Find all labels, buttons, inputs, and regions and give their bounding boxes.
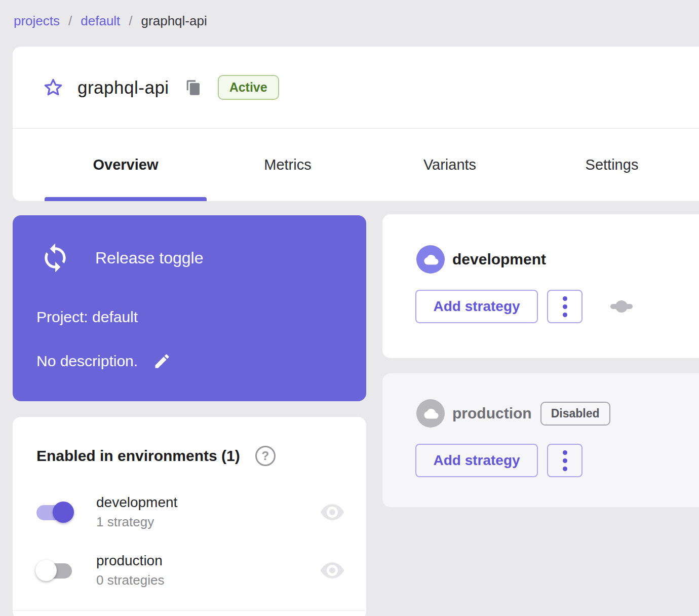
enabled-environments-card: Enabled in environments (1) ? developmen… — [13, 417, 366, 616]
environment-strategy-count: 1 strategy — [96, 514, 320, 530]
kebab-menu-icon[interactable] — [547, 444, 582, 477]
enabled-environments-header: Enabled in environments (1) ? — [36, 446, 276, 466]
breadcrumb-current: graphql-api — [141, 13, 207, 29]
tab-variants[interactable]: Variants — [369, 129, 531, 201]
breadcrumb: projects / default / graphql-api — [14, 13, 207, 29]
favorite-star-icon[interactable] — [43, 78, 63, 98]
toggle-description-row: No description. — [36, 352, 171, 370]
eye-icon[interactable] — [320, 562, 344, 579]
eye-icon[interactable] — [320, 504, 344, 521]
toggle-type-card: Release toggle Project: default No descr… — [13, 215, 366, 401]
environment-row-production: production 0 strategies — [35, 550, 350, 591]
rollout-strategy-icon — [610, 300, 633, 313]
toggle-project-label: Project: default — [36, 309, 138, 326]
toggle-description: No description. — [36, 353, 138, 370]
tab-bar: Overview Metrics Variants Settings — [45, 129, 693, 201]
breadcrumb-separator: / — [68, 13, 72, 29]
tab-overview[interactable]: Overview — [45, 129, 207, 201]
environment-row-name: development — [96, 494, 320, 511]
feature-header-row: graphql-api Active — [13, 47, 699, 128]
tab-metrics[interactable]: Metrics — [207, 129, 369, 201]
toggle-type-label: Release toggle — [95, 249, 203, 267]
environment-name: production — [452, 405, 532, 422]
help-icon[interactable]: ? — [255, 446, 276, 466]
kebab-menu-icon[interactable] — [547, 290, 582, 323]
tab-metrics-label: Metrics — [264, 157, 311, 173]
breadcrumb-link-default[interactable]: default — [81, 13, 120, 29]
feature-toggle-page: projects / default / graphql-api graphql… — [0, 0, 699, 616]
environment-name: development — [452, 251, 546, 268]
environment-toggle-production[interactable] — [35, 559, 74, 582]
cloud-icon — [416, 399, 445, 428]
edit-pencil-icon[interactable] — [153, 352, 171, 370]
breadcrumb-separator: / — [129, 13, 132, 29]
enabled-environments-title: Enabled in environments (1) — [36, 447, 240, 465]
status-badge: Active — [218, 75, 279, 100]
environment-header: production Disabled — [416, 399, 610, 428]
environment-card-development: development Add strategy — [382, 214, 699, 358]
list-divider — [13, 610, 366, 611]
cloud-icon — [416, 245, 445, 274]
copy-icon[interactable] — [185, 80, 202, 96]
loop-icon — [40, 242, 71, 274]
environment-strategy-count: 0 strategies — [96, 572, 320, 588]
toggle-type-header: Release toggle — [40, 242, 203, 274]
breadcrumb-link-projects[interactable]: projects — [14, 13, 60, 29]
environment-card-production: production Disabled Add strategy — [382, 373, 699, 507]
feature-header-card: graphql-api Active Overview Metrics Vari… — [13, 47, 699, 201]
page-title: graphql-api — [77, 78, 169, 98]
environment-toggle-development[interactable] — [35, 501, 74, 523]
tab-settings[interactable]: Settings — [531, 129, 693, 201]
active-tab-indicator — [45, 197, 207, 201]
add-strategy-button[interactable]: Add strategy — [415, 290, 538, 323]
environment-row-name: production — [96, 553, 320, 569]
tab-variants-label: Variants — [423, 157, 476, 173]
environment-header: development — [416, 245, 546, 274]
environment-actions: Add strategy — [415, 290, 633, 323]
environment-row-development: development 1 strategy — [35, 492, 350, 532]
environment-row-text: production 0 strategies — [96, 553, 320, 588]
add-strategy-button[interactable]: Add strategy — [415, 444, 538, 477]
tab-settings-label: Settings — [586, 157, 639, 173]
environment-row-text: development 1 strategy — [96, 494, 320, 530]
disabled-badge: Disabled — [540, 402, 610, 426]
environment-actions: Add strategy — [415, 444, 582, 477]
tab-overview-label: Overview — [93, 157, 159, 173]
